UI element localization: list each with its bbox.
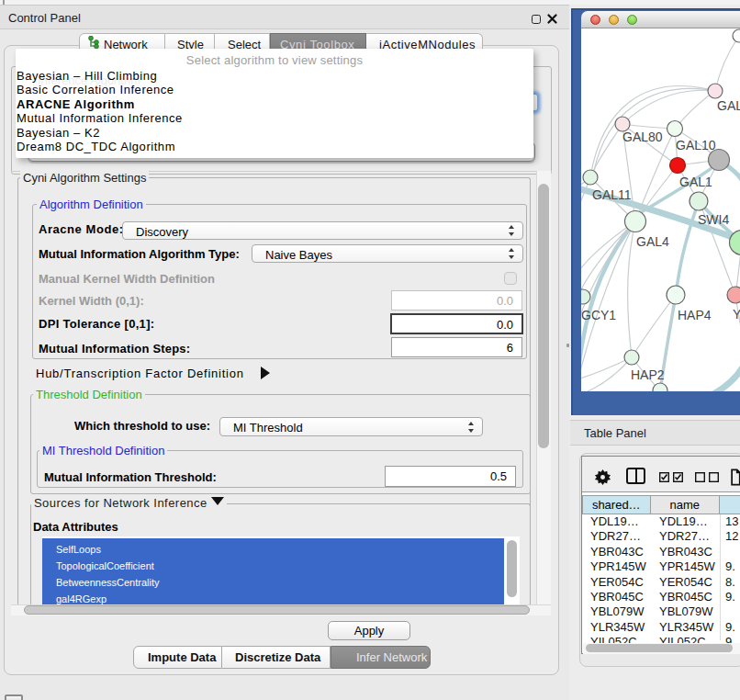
svg-text:GAL80: GAL80	[622, 130, 663, 144]
svg-text:GAL1: GAL1	[679, 175, 712, 189]
svg-text:GAL4: GAL4	[636, 234, 669, 249]
svg-text:GCY1: GCY1	[581, 308, 616, 322]
svg-text:GAL10: GAL10	[676, 138, 716, 152]
svg-text:HAP2: HAP2	[631, 367, 665, 382]
svg-text:GAL2: GAL2	[717, 98, 740, 113]
svg-text:HAP4: HAP4	[678, 308, 712, 322]
svg-text:SWI4: SWI4	[698, 212, 729, 227]
svg-text:GAL11: GAL11	[592, 187, 632, 202]
svg-text:YD: YD	[733, 307, 740, 322]
